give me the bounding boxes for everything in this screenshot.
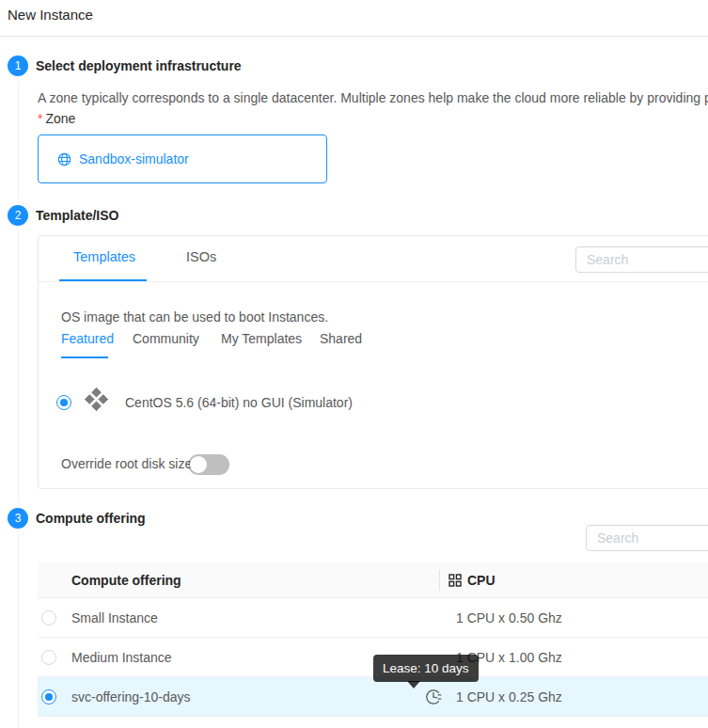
step-3-number: 3 [15, 512, 22, 525]
new-instance-wizard: New Instance 1 Select deployment infrast… [0, 0, 708, 728]
offering-radio-svc-10-days[interactable] [41, 689, 56, 704]
template-tabbar: Templates ISOs [39, 236, 708, 282]
required-asterisk: * [38, 111, 42, 126]
zone-name: Sandbox-simulator [79, 151, 189, 166]
step-2-indicator: 2 [8, 205, 28, 226]
subtab-ink-bar [61, 356, 108, 358]
lease-clock-icon[interactable] [425, 688, 442, 705]
table-header-row: Compute offering CPU [38, 562, 708, 598]
offering-radio-small[interactable] [41, 610, 56, 625]
tab-ink-bar [59, 279, 147, 281]
toggle-knob [190, 456, 207, 473]
subtab-my-templates[interactable]: My Templates [221, 331, 302, 346]
template-search-input[interactable] [575, 246, 708, 273]
offering-radio-medium[interactable] [41, 650, 56, 665]
step-2-number: 2 [15, 209, 22, 222]
lease-tooltip-text: Lease: 10 days [383, 661, 469, 675]
override-root-disk-label: Override root disk size [61, 456, 192, 471]
subtab-community[interactable]: Community [133, 331, 199, 346]
step-1-title: Select deployment infrastructure [36, 58, 242, 73]
offering-name: svc-offering-10-days [71, 689, 191, 704]
subtab-shared[interactable]: Shared [320, 331, 362, 346]
globe-icon [57, 152, 71, 166]
subtab-featured[interactable]: Featured [61, 331, 114, 346]
override-root-disk-toggle[interactable] [188, 454, 229, 475]
offering-row-small[interactable]: Small Instance 1 CPU x 0.50 Ghz [38, 598, 708, 638]
offering-name: Medium Instance [71, 650, 172, 665]
zone-select-card[interactable]: Sandbox-simulator [38, 135, 327, 183]
step-2-tail-line [18, 231, 19, 502]
offering-cpu: 1 CPU x 0.50 Ghz [456, 610, 562, 625]
compute-offering-table: Compute offering CPU Small Instance 1 CP… [38, 562, 708, 717]
template-radio[interactable] [56, 395, 71, 410]
centos-logo-icon [84, 387, 109, 412]
step-1-tail-line [18, 82, 19, 199]
zone-description: A zone typically corresponds to a single… [38, 90, 708, 105]
step-3-tail-line [18, 534, 19, 728]
column-separator [439, 570, 440, 591]
offering-row-svc-10-days[interactable]: svc-offering-10-days 1 CPU x 0.25 Ghz [38, 677, 708, 717]
column-header-cpu: CPU [448, 573, 496, 588]
tab-isos[interactable]: ISOs [186, 249, 216, 264]
template-iso-card: Templates ISOs OS image that can be used… [38, 235, 708, 489]
lease-tooltip-arrow [407, 681, 420, 688]
step-1-number: 1 [15, 59, 22, 72]
step-2-title: Template/ISO [36, 208, 118, 223]
offering-cpu: 1 CPU x 0.25 Ghz [456, 689, 562, 704]
column-header-offering: Compute offering [71, 573, 181, 588]
offering-name: Small Instance [71, 610, 158, 625]
offering-search-input[interactable] [586, 525, 708, 551]
tab-templates[interactable]: Templates [73, 249, 135, 264]
step-1-indicator: 1 [8, 55, 28, 76]
grid-icon [448, 574, 462, 587]
page-title: New Instance [8, 7, 93, 23]
os-image-description: OS image that can be used to boot Instan… [61, 309, 328, 324]
step-3-indicator: 3 [8, 508, 28, 529]
lease-tooltip: Lease: 10 days [373, 655, 479, 682]
zone-field-label: *Zone [38, 111, 75, 126]
template-name: CentOS 5.6 (64-bit) no GUI (Simulator) [125, 395, 353, 410]
header-divider [0, 36, 708, 37]
step-3-title: Compute offering [36, 511, 146, 526]
